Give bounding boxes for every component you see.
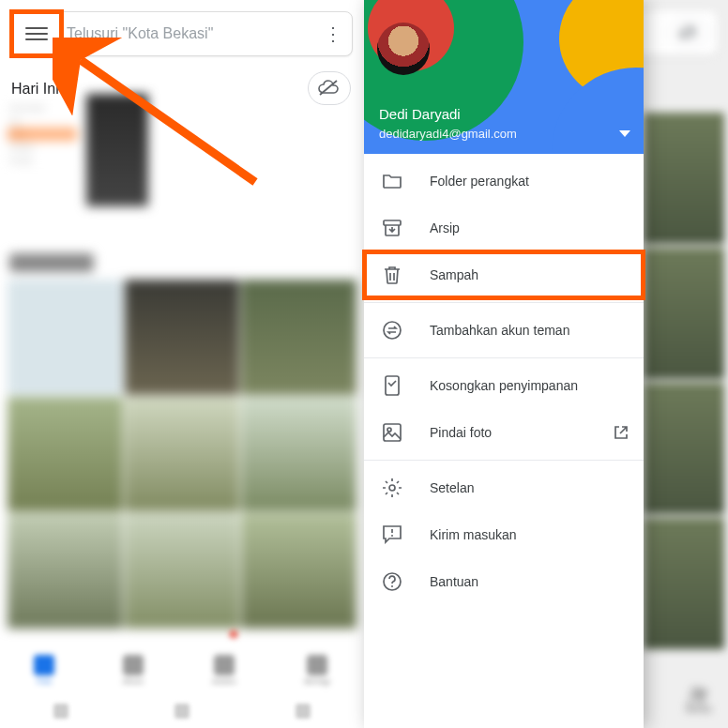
menu-kosongkan[interactable]: Kosongkan penyimpanan <box>364 362 644 409</box>
drawer-header[interactable]: Dedi Daryadi dedidaryadi4@gmail.com <box>364 0 644 154</box>
blurred-mini-menu: Folder perangkat Arsip Sampah Tambahkan … <box>8 101 77 167</box>
menu-bantuan[interactable]: Bantuan <box>364 558 644 605</box>
photo-thumbnail[interactable] <box>8 280 123 395</box>
photo-thumbnail[interactable] <box>125 280 240 395</box>
tab-berbagi[interactable]: Berba <box>686 687 711 714</box>
screenshot-left: Telusuri "Kota Bekasi" ⋮ Hari Ini Folder… <box>0 0 364 728</box>
svg-rect-5 <box>384 220 401 225</box>
menu-setelan[interactable]: Setelan <box>364 464 644 511</box>
photo-thumbnail[interactable] <box>241 397 356 512</box>
gear-icon <box>381 477 403 499</box>
drawer-menu: Folder perangkat Arsip Sampah Tambahkan <box>364 154 644 609</box>
menu-label: Folder perangkat <box>430 174 529 189</box>
photo-thumbnail[interactable] <box>241 513 356 629</box>
highlight-hamburger <box>9 9 64 58</box>
screenshot-right: Berba Dedi Daryadi dedidaryadi4@gmail.co… <box>364 0 728 728</box>
tab-foto[interactable]: Foto <box>34 655 54 686</box>
photo-thumbnail[interactable] <box>644 383 724 514</box>
open-external-icon <box>614 425 629 440</box>
help-icon <box>381 570 403 593</box>
photo-grid <box>8 280 356 629</box>
photo-thumbnail[interactable] <box>644 248 724 379</box>
svg-point-3 <box>691 688 698 694</box>
menu-label: Kirim masukan <box>430 527 517 542</box>
menu-tambahkan-akun[interactable]: Tambahkan akun teman <box>364 307 644 354</box>
account-email: dedidaryadi4@gmail.com <box>379 127 517 141</box>
photo-thumbnail[interactable] <box>125 397 240 512</box>
menu-label: Bantuan <box>430 574 478 589</box>
photo-thumbnail[interactable] <box>644 113 724 244</box>
menu-pindai[interactable]: Pindai foto <box>364 409 644 456</box>
svg-point-9 <box>387 428 391 432</box>
menu-kirim-masukan[interactable]: Kirim masukan <box>364 511 644 558</box>
svg-point-12 <box>391 535 393 537</box>
more-vert-icon[interactable]: ⋮ <box>322 23 344 45</box>
svg-point-4 <box>700 690 705 694</box>
swap-icon <box>381 319 403 341</box>
photo-thumbnail[interactable] <box>644 518 724 649</box>
search-placeholder[interactable]: Telusuri "Kota Bekasi" <box>67 25 322 42</box>
menu-label: Sampah <box>430 267 478 282</box>
menu-sampah[interactable]: Sampah <box>364 251 644 298</box>
photo-thumbnail[interactable] <box>125 513 240 629</box>
tab-album[interactable]: Album <box>123 655 144 686</box>
blurred-content: Folder perangkat Arsip Sampah Tambahkan … <box>0 94 364 668</box>
menu-arsip[interactable]: Arsip <box>364 205 644 251</box>
menu-label: Tambahkan akun teman <box>430 323 569 338</box>
system-nav <box>0 702 364 720</box>
svg-rect-8 <box>384 424 401 441</box>
account-dropdown-icon[interactable] <box>619 130 630 137</box>
feedback-icon <box>381 523 403 546</box>
bottom-nav: Foto Album Asisten Berbagi <box>0 644 364 696</box>
account-name: Dedi Daryadi <box>379 106 461 122</box>
folder-icon <box>381 170 403 192</box>
menu-label: Pindai foto <box>430 425 492 440</box>
svg-point-14 <box>391 585 393 587</box>
nav-drawer: Dedi Daryadi dedidaryadi4@gmail.com Fold… <box>364 0 644 728</box>
cloud-off-button[interactable] <box>668 18 709 48</box>
tab-asisten[interactable]: Asisten <box>212 655 236 686</box>
menu-label: Setelan <box>430 480 474 495</box>
photo-thumbnail[interactable] <box>241 280 356 395</box>
menu-label: Kosongkan penyimpanan <box>430 378 578 393</box>
photo-thumbnail[interactable] <box>8 513 123 629</box>
storage-icon <box>381 374 403 397</box>
svg-point-6 <box>384 322 401 339</box>
archive-icon <box>381 217 403 239</box>
menu-folder-perangkat[interactable]: Folder perangkat <box>364 158 644 205</box>
photo-thumbnail[interactable] <box>86 94 148 206</box>
svg-point-10 <box>389 485 395 491</box>
avatar[interactable] <box>377 23 430 75</box>
tab-berbagi[interactable]: Berbagi <box>304 655 330 686</box>
menu-label: Arsip <box>430 220 460 235</box>
trash-icon <box>381 264 403 286</box>
photo-thumbnail[interactable] <box>8 397 123 512</box>
people-icon <box>689 687 709 704</box>
photo-scan-icon <box>381 421 403 444</box>
